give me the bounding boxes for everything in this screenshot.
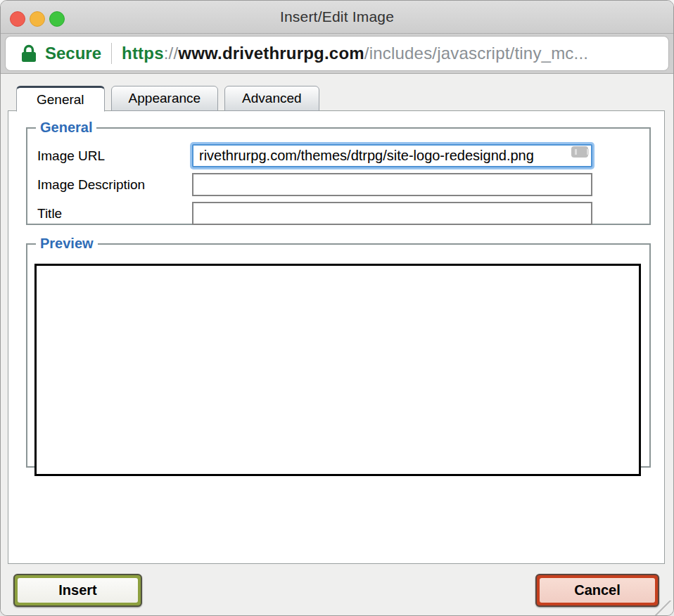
image-description-row: Image Description bbox=[27, 170, 649, 199]
address-separator bbox=[111, 43, 112, 64]
image-description-input[interactable] bbox=[192, 173, 592, 196]
address-bar[interactable]: Secure https://www.drivethrurpg.com/incl… bbox=[5, 36, 669, 71]
tab-general[interactable]: General bbox=[16, 86, 105, 112]
url-domain: www.drivethrurpg.com bbox=[178, 44, 364, 63]
image-url-field-wrap bbox=[192, 144, 597, 167]
general-legend: General bbox=[36, 120, 96, 136]
lock-icon bbox=[21, 44, 37, 63]
title-row: Title bbox=[27, 199, 649, 228]
image-url-label: Image URL bbox=[27, 148, 192, 164]
url-slashes: :// bbox=[164, 44, 179, 63]
title-input[interactable] bbox=[192, 202, 592, 225]
dialog-body: General Appearance Advanced General Imag… bbox=[1, 74, 673, 616]
address-bar-row: Secure https://www.drivethrurpg.com/incl… bbox=[1, 34, 673, 74]
general-fieldset: General Image URL Image Description Titl… bbox=[26, 120, 651, 225]
image-description-label: Image Description bbox=[27, 177, 192, 193]
cancel-button[interactable]: Cancel bbox=[535, 574, 659, 607]
window-title: Insert/Edit Image bbox=[1, 8, 673, 25]
title-bar: Insert/Edit Image bbox=[1, 1, 673, 34]
preview-legend: Preview bbox=[36, 236, 98, 252]
url-scheme: https bbox=[122, 44, 164, 63]
tab-appearance[interactable]: Appearance bbox=[111, 86, 218, 111]
insert-button-label: Insert bbox=[18, 578, 138, 603]
insert-button[interactable]: Insert bbox=[13, 574, 142, 607]
tab-bar: General Appearance Advanced bbox=[16, 86, 319, 111]
dialog-window: Insert/Edit Image Secure https://www.dri… bbox=[0, 0, 674, 616]
url-path: /includes/javascript/tiny_mc... bbox=[364, 44, 588, 63]
page-url: https://www.drivethrurpg.com/includes/ja… bbox=[122, 44, 588, 63]
image-preview-area bbox=[34, 264, 641, 476]
resize-grip[interactable] bbox=[654, 601, 672, 616]
image-url-row: Image URL bbox=[27, 141, 649, 170]
preview-fieldset: Preview bbox=[26, 236, 651, 468]
image-url-input[interactable] bbox=[192, 144, 592, 167]
title-label: Title bbox=[27, 206, 192, 222]
tab-panel: General Image URL Image Description Titl… bbox=[8, 110, 665, 564]
cancel-button-label: Cancel bbox=[540, 578, 655, 603]
tab-advanced[interactable]: Advanced bbox=[224, 86, 319, 111]
secure-label: Secure bbox=[45, 44, 101, 63]
